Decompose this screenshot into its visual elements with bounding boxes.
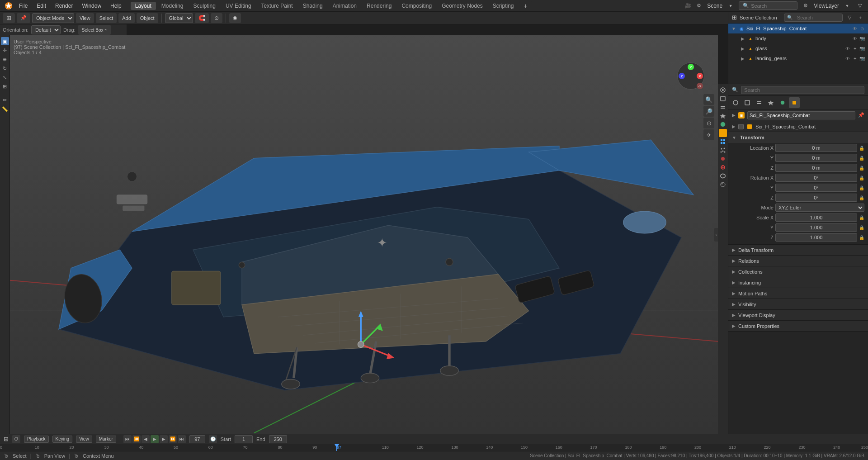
select-button[interactable]: Select bbox=[96, 13, 117, 23]
viewport[interactable]: ✦ bbox=[10, 35, 718, 434]
outliner-item-glass[interactable]: ▶ ▲ glass 👁 ✦ 📷 bbox=[728, 43, 868, 53]
props-icon-data[interactable] bbox=[719, 172, 727, 180]
location-z-input[interactable] bbox=[775, 164, 857, 172]
snap-icon[interactable]: 🧲 bbox=[195, 13, 209, 23]
workspace-tab-animation[interactable]: Animation bbox=[328, 2, 361, 10]
prop-icon-object-btn[interactable] bbox=[789, 97, 800, 108]
top-search-label[interactable]: Search bbox=[751, 3, 767, 9]
rotation-mode-select[interactable]: XYZ Euler bbox=[775, 204, 864, 212]
vp-nav-zoom-in[interactable]: 🔍 bbox=[703, 94, 714, 105]
scale-z-lock[interactable]: 🔒 bbox=[859, 235, 864, 240]
props-icon-particles[interactable] bbox=[719, 146, 727, 154]
workspace-add-btn[interactable]: + bbox=[519, 1, 532, 10]
location-x-input[interactable] bbox=[775, 144, 857, 152]
props-icon-view[interactable] bbox=[719, 103, 727, 111]
props-icon-material[interactable] bbox=[719, 180, 727, 189]
object-button[interactable]: Object bbox=[137, 13, 158, 23]
timeline-clock-icon[interactable]: ⏱ bbox=[12, 435, 20, 443]
outliner-filter-icon[interactable]: ▽ bbox=[845, 14, 854, 22]
workspace-tab-texture[interactable]: Texture Paint bbox=[257, 2, 297, 10]
transform-global-select[interactable]: Global bbox=[165, 13, 193, 23]
jump-to-last-btn[interactable]: ⏭ bbox=[178, 435, 186, 443]
blender-logo[interactable] bbox=[4, 1, 14, 11]
scale-z-input[interactable] bbox=[775, 233, 857, 242]
props-icon-world[interactable] bbox=[719, 120, 727, 128]
scale-x-lock[interactable]: 🔒 bbox=[859, 215, 864, 220]
outliner-select-icon-0[interactable]: ⊙ bbox=[859, 25, 865, 32]
vp-nav-home[interactable]: ⊙ bbox=[703, 118, 714, 128]
rotation-z-lock[interactable]: 🔒 bbox=[859, 195, 864, 200]
start-frame-input[interactable] bbox=[235, 435, 253, 443]
workspace-tab-sculpting[interactable]: Sculpting bbox=[189, 2, 220, 10]
location-y-lock[interactable]: 🔒 bbox=[859, 156, 864, 161]
instancing-row[interactable]: ▶ Instancing bbox=[728, 277, 868, 288]
gizmo-x-axis[interactable]: X bbox=[697, 73, 703, 79]
scene-dropdown-icon[interactable]: ▼ bbox=[726, 1, 735, 10]
view-layer-dropdown-icon[interactable]: ▼ bbox=[843, 1, 852, 10]
workspace-tab-rendering[interactable]: Rendering bbox=[362, 2, 396, 10]
props-icon-object[interactable] bbox=[719, 129, 727, 137]
menu-file[interactable]: File bbox=[15, 2, 31, 10]
outliner-star-icon-2[interactable]: ✦ bbox=[852, 45, 858, 52]
keying-menu[interactable]: Keying bbox=[52, 436, 73, 443]
props-icon-scene[interactable] bbox=[719, 112, 727, 120]
prop-icon-render-btn[interactable] bbox=[730, 97, 741, 108]
scale-y-lock[interactable]: 🔒 bbox=[859, 225, 864, 230]
vp-nav-flymode[interactable]: ✈ bbox=[703, 129, 714, 140]
props-icon-constraints[interactable] bbox=[719, 163, 727, 171]
header-icon-render[interactable]: 🎥 bbox=[684, 1, 693, 10]
prop-col-checkbox[interactable] bbox=[738, 124, 744, 129]
menu-window[interactable]: Window bbox=[78, 2, 105, 10]
rotation-y-input[interactable] bbox=[775, 184, 857, 192]
menu-edit[interactable]: Edit bbox=[33, 2, 50, 10]
left-tool-move[interactable]: ⊕ bbox=[1, 55, 9, 63]
left-tool-annotate[interactable]: ✏ bbox=[1, 96, 9, 104]
play-btn[interactable]: ▶ bbox=[151, 435, 159, 443]
gizmo-z-axis[interactable]: Z bbox=[679, 73, 685, 79]
rotation-x-input[interactable] bbox=[775, 174, 857, 182]
pin-icon[interactable]: 📌 bbox=[17, 13, 30, 23]
view-button[interactable]: View bbox=[76, 13, 94, 23]
outliner-eye-icon-0[interactable]: 👁 bbox=[852, 25, 858, 32]
motion-paths-row[interactable]: ▶ Motion Paths bbox=[728, 288, 868, 299]
relations-row[interactable]: ▶ Relations bbox=[728, 256, 868, 266]
vp-nav-zoom-out[interactable]: 🔎 bbox=[703, 106, 714, 117]
prop-icon-viewlayer-btn[interactable] bbox=[754, 97, 764, 108]
expand-arrow-glass[interactable]: ▶ bbox=[740, 46, 745, 51]
marker-menu[interactable]: Marker bbox=[96, 436, 116, 443]
scale-y-input[interactable] bbox=[775, 223, 857, 232]
outliner-new-collection-icon[interactable]: + bbox=[856, 14, 864, 22]
outliner-item-scene-collection[interactable]: ▼ ◉ Sci_FI_Spaceship_Combat 👁 ⊙ bbox=[728, 24, 868, 33]
left-tool-measure[interactable]: 📏 bbox=[1, 105, 9, 113]
props-icon-physics[interactable] bbox=[719, 155, 727, 163]
workspace-tab-scripting[interactable]: Scripting bbox=[488, 2, 519, 10]
left-tool-rotate[interactable]: ↻ bbox=[1, 64, 9, 72]
playback-menu[interactable]: Playback bbox=[24, 436, 49, 443]
outliner-camera-icon-1[interactable]: 📷 bbox=[859, 35, 865, 42]
outliner-star-icon-3[interactable]: ✦ bbox=[852, 55, 858, 62]
props-icon-modifiers[interactable] bbox=[719, 138, 727, 146]
viewport-gizmo[interactable]: X Y Z -X bbox=[677, 62, 704, 90]
outliner-eye-icon-1[interactable]: 👁 bbox=[852, 35, 858, 42]
outliner-search-input[interactable] bbox=[794, 14, 840, 22]
step-forward-btn[interactable]: ▶ bbox=[160, 435, 168, 443]
current-frame-input[interactable] bbox=[189, 435, 205, 443]
scale-x-input[interactable] bbox=[775, 213, 857, 222]
end-frame-input[interactable] bbox=[269, 435, 287, 443]
expand-arrow-body[interactable]: ▶ bbox=[740, 36, 745, 41]
prop-icon-scene-btn[interactable] bbox=[765, 97, 776, 108]
viewport-collapse-arrow[interactable]: ‹ bbox=[714, 228, 718, 242]
outliner-eye-icon-2[interactable]: 👁 bbox=[844, 45, 851, 52]
left-tool-cursor[interactable]: ✛ bbox=[1, 46, 9, 54]
object-mode-select[interactable]: Object Mode bbox=[32, 13, 74, 23]
outliner-item-landing-gears[interactable]: ▶ ▲ landing_gears 👁 ✦ 📷 bbox=[728, 53, 868, 63]
outliner-camera-icon-3[interactable]: 📷 bbox=[859, 55, 865, 62]
custom-properties-row[interactable]: ▶ Custom Properties bbox=[728, 321, 868, 332]
gizmo-y-axis[interactable]: Y bbox=[688, 64, 694, 70]
add-button[interactable]: Add bbox=[118, 13, 135, 23]
viewport-display-row[interactable]: ▶ Viewport Display bbox=[728, 310, 868, 321]
prop-icon-output-btn[interactable] bbox=[742, 97, 753, 108]
location-y-input[interactable] bbox=[775, 154, 857, 162]
workspace-tab-shading[interactable]: Shading bbox=[298, 2, 327, 10]
outliner-editor-icon[interactable]: ⊞ bbox=[732, 14, 737, 21]
